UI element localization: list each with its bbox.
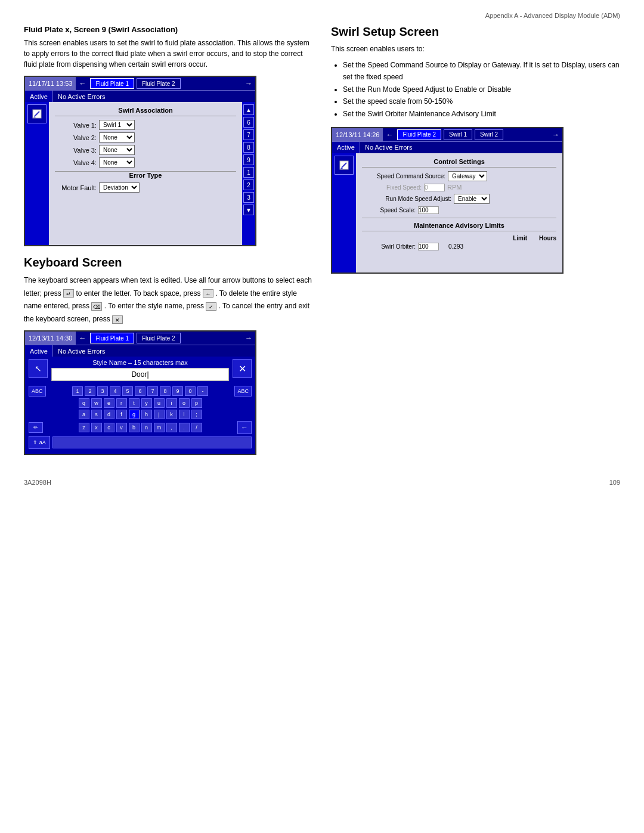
adm-pencil-icon[interactable]	[27, 104, 47, 123]
key-m[interactable]: m	[154, 423, 165, 432]
key-b[interactable]: b	[129, 423, 140, 432]
key-l[interactable]: l	[179, 410, 190, 419]
key-q[interactable]: q	[79, 398, 89, 408]
key-0[interactable]: 0	[185, 386, 196, 396]
key-3[interactable]: 3	[97, 386, 108, 396]
footer-left: 3A2098H	[24, 479, 51, 486]
key-period[interactable]: .	[179, 423, 190, 432]
adm-back-arrow[interactable]: ←	[76, 77, 89, 90]
key-u[interactable]: u	[154, 398, 165, 408]
speed-scale-label: Speed Scale:	[362, 207, 416, 213]
adm-kb-status-active: Active	[25, 345, 53, 357]
key-h[interactable]: h	[141, 410, 152, 419]
key-n[interactable]: n	[141, 423, 152, 432]
valve2-row: Valve 2: None Swirl 1	[55, 132, 236, 143]
orbiter-input[interactable]	[418, 243, 439, 250]
key-x[interactable]: x	[91, 423, 102, 432]
valve2-select[interactable]: None Swirl 1	[99, 132, 135, 143]
key-2[interactable]: 2	[85, 386, 95, 396]
key-d[interactable]: d	[104, 410, 114, 419]
key-r[interactable]: r	[116, 398, 127, 408]
key-z[interactable]: z	[79, 423, 89, 432]
scroll-9[interactable]: 9	[243, 154, 254, 165]
abc-btn-right[interactable]: ABC	[234, 386, 252, 397]
abc-btn-left[interactable]: ABC	[29, 386, 46, 397]
adm-forward-arrow[interactable]: →	[242, 77, 255, 90]
adm-tab1-swirl[interactable]: Fluid Plate 1	[90, 78, 134, 89]
key-v[interactable]: v	[116, 423, 127, 432]
adm-ss-forward-arrow[interactable]: →	[549, 128, 562, 141]
adm-sidebar-swirl	[25, 102, 49, 245]
valve1-select[interactable]: Swirl 1 None	[99, 120, 135, 130]
adm-ss-back-arrow[interactable]: ←	[383, 128, 396, 141]
adm-ss-tab3[interactable]: Swirl 2	[475, 129, 503, 140]
key-s[interactable]: s	[91, 410, 102, 419]
style-name-input[interactable]	[51, 368, 229, 381]
key-9[interactable]: 9	[172, 386, 183, 396]
fixed-speed-input[interactable]	[424, 184, 445, 191]
backspace-key[interactable]: ←	[237, 421, 252, 434]
valve3-select[interactable]: None Swirl 1	[99, 145, 135, 155]
motor-fault-select[interactable]: Deviation Other	[99, 182, 140, 193]
adm-body-swirl: Swirl Association Valve 1: Swirl 1 None …	[25, 102, 255, 245]
swirl-setup-description: This screen enables users to:	[331, 44, 620, 54]
orbiter-hours-value: 0.293	[448, 243, 463, 250]
keyboard-top-controls: ↖ Style Name – 15 characters max ✕	[29, 359, 252, 383]
key-k[interactable]: k	[166, 410, 177, 419]
adm-ss-tab2[interactable]: Swirl 1	[444, 129, 472, 140]
key-c[interactable]: c	[104, 423, 114, 432]
key-y[interactable]: y	[141, 398, 152, 408]
swirl-assoc-title: Swirl Association	[55, 107, 236, 116]
valve2-label: Valve 2:	[55, 134, 97, 141]
key-j[interactable]: j	[154, 410, 165, 419]
adm-tab2-swirl[interactable]: Fluid Plate 2	[137, 78, 181, 89]
key-5[interactable]: 5	[122, 386, 133, 396]
scroll-up-btn[interactable]: ▲	[243, 104, 254, 115]
scroll-7[interactable]: 7	[243, 129, 254, 140]
adm-status-swirlsetup: Active No Active Errors	[332, 141, 562, 153]
key-comma[interactable]: ,	[166, 423, 177, 432]
key-i[interactable]: i	[166, 398, 177, 408]
adm-kb-tab2[interactable]: Fluid Plate 2	[137, 333, 181, 343]
key-slash[interactable]: /	[191, 423, 202, 432]
right-column: Swirl Setup Screen This screen enables u…	[331, 25, 620, 461]
scroll-3[interactable]: 3	[243, 192, 254, 203]
scroll-2[interactable]: 2	[243, 179, 254, 190]
key-e[interactable]: e	[104, 398, 114, 408]
key-1[interactable]: 1	[72, 386, 83, 396]
key-dash[interactable]: -	[197, 386, 208, 396]
key-semicolon[interactable]: ;	[191, 410, 202, 419]
key-4[interactable]: 4	[110, 386, 120, 396]
adm-kb-tab1[interactable]: Fluid Plate 1	[90, 333, 134, 343]
spacebar-key[interactable]	[52, 436, 252, 448]
key-f[interactable]: f	[116, 410, 127, 419]
scroll-down-btn[interactable]: ▼	[243, 205, 254, 215]
adm-kb-forward-arrow[interactable]: →	[242, 332, 255, 345]
adm-kb-back-arrow[interactable]: ←	[76, 332, 89, 345]
key-g[interactable]: g	[129, 410, 140, 419]
adm-ss-tab1[interactable]: Fluid Plate 2	[397, 129, 441, 140]
motor-fault-label: Motor Fault:	[55, 184, 97, 191]
key-p[interactable]: p	[191, 398, 202, 408]
kb-arrow-icon[interactable]: ↖	[29, 359, 48, 378]
key-a[interactable]: a	[79, 410, 89, 419]
speed-scale-row: Speed Scale:	[362, 206, 556, 214]
adm-ss-icon[interactable]	[335, 156, 354, 175]
speed-cmd-select[interactable]: Gateway Display	[448, 171, 487, 181]
key-o[interactable]: o	[179, 398, 190, 408]
key-7[interactable]: 7	[147, 386, 158, 396]
key-8[interactable]: 8	[160, 386, 171, 396]
scroll-1[interactable]: 1	[243, 167, 254, 178]
scroll-6[interactable]: 6	[243, 117, 254, 128]
valve4-select[interactable]: None Swirl 1	[99, 157, 135, 168]
scroll-8[interactable]: 8	[243, 142, 254, 153]
pencil-btn[interactable]: ✏	[29, 422, 43, 433]
key-t[interactable]: t	[129, 398, 140, 408]
shift-key[interactable]: ⇧ aA	[29, 436, 50, 449]
key-6[interactable]: 6	[135, 386, 145, 396]
key-w[interactable]: w	[91, 398, 102, 408]
run-mode-select[interactable]: Enable Disable	[454, 194, 490, 204]
kb-cancel-icon[interactable]: ✕	[233, 359, 252, 378]
speed-scale-input[interactable]	[418, 206, 439, 214]
keyboard-row-zxcv: z x c v b n m , . /	[45, 423, 235, 432]
